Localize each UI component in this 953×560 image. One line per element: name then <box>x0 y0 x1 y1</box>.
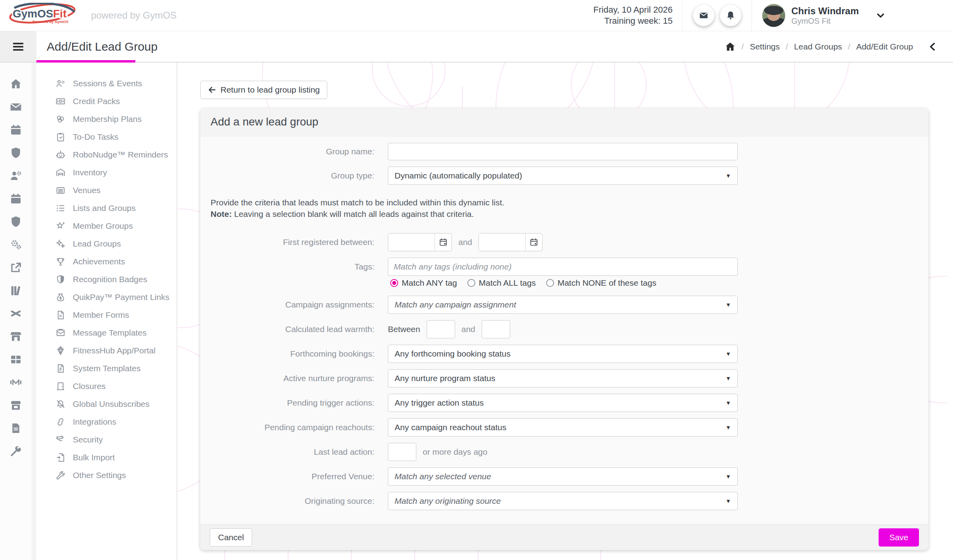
topbar-right: Friday, 10 April 2026 Training week: 15 … <box>593 0 953 31</box>
sidebar-item-message-templates[interactable]: Message Templates <box>36 324 177 342</box>
badge-icon <box>55 274 66 285</box>
storefront-icon[interactable] <box>9 330 22 343</box>
user-menu[interactable]: Chris Windram GymOS Fit <box>752 4 953 27</box>
chevron-left-icon[interactable] <box>928 42 938 52</box>
nurture-programs-select[interactable]: Any nurture program status ▼ <box>388 369 738 387</box>
sidebar-item-label: Lead Groups <box>73 239 121 249</box>
top-bar: GymOS Fit Powered by GymOS powered by Gy… <box>0 0 953 31</box>
save-button[interactable]: Save <box>879 528 919 547</box>
return-to-listing-button[interactable]: Return to lead group listing <box>200 81 327 99</box>
notifications-button[interactable] <box>720 5 741 26</box>
warmth-joiner: and <box>461 325 475 334</box>
sidebar-item-bulk-import[interactable]: Bulk Import <box>36 448 177 466</box>
sidebar-item-member-groups[interactable]: Member Groups <box>36 217 177 235</box>
library-icon[interactable] <box>9 284 22 297</box>
sidebar-item-lead-groups[interactable]: Lead Groups <box>36 235 177 252</box>
forthcoming-bookings-select[interactable]: Any forthcoming booking status ▼ <box>388 345 738 363</box>
sidebar-item-robonudge-reminders[interactable]: RoboNudge™ Reminders <box>36 146 177 163</box>
registered-from-date-text[interactable] <box>388 233 435 251</box>
mail-icon[interactable] <box>9 101 22 113</box>
registered-to-date-input[interactable] <box>478 233 543 251</box>
sidebar-item-member-forms[interactable]: Member Forms <box>36 306 177 324</box>
forthcoming-bookings-label: Forthcoming bookings: <box>200 349 374 359</box>
breadcrumb-current: Add/Edit Group <box>856 42 913 51</box>
warmth-max-input[interactable] <box>482 320 510 338</box>
dumbbell-m-icon[interactable] <box>9 376 22 389</box>
calendar-icon[interactable] <box>9 123 22 136</box>
group-name-label: Group name: <box>200 147 374 156</box>
radio-match-none-tags[interactable]: Match NONE of these tags <box>546 278 657 288</box>
sidebar-item-integrations[interactable]: Integrations <box>36 413 177 431</box>
shield-icon[interactable] <box>9 215 22 228</box>
table-icon[interactable] <box>9 353 22 366</box>
group-type-label: Group type: <box>200 171 374 180</box>
breadcrumb-settings[interactable]: Settings <box>750 42 780 51</box>
sidebar-item-fitnesshub-app-portal[interactable]: FitnessHub App/Portal <box>36 342 177 359</box>
breadcrumb-lead-groups[interactable]: Lead Groups <box>794 42 842 51</box>
calendar-icon[interactable] <box>9 192 22 205</box>
radio-match-any-tag[interactable]: Match ANY tag <box>390 278 457 288</box>
sidebar-item-label: Membership Plans <box>73 114 142 124</box>
card-body: Group name: Group type: Dynamic (automat… <box>200 137 928 524</box>
caret-down-icon: ▼ <box>725 173 731 179</box>
originating-source-select[interactable]: Match any originating source ▼ <box>388 492 738 510</box>
radio-match-all-tags[interactable]: Match ALL tags <box>467 278 536 288</box>
money-bill-icon <box>55 96 66 106</box>
sidebar-item-sessions-events[interactable]: Sessions & Events <box>36 74 177 92</box>
sidebar-item-label: Sessions & Events <box>73 79 142 88</box>
document-icon[interactable] <box>9 422 22 435</box>
radio-label: Match ANY tag <box>402 278 457 288</box>
last-action-days-input[interactable] <box>388 443 416 461</box>
gears-icon[interactable] <box>9 238 22 251</box>
home-icon[interactable] <box>725 41 736 52</box>
sidebar-item-quikpay-payment-links[interactable]: QuikPay™ Payment Links <box>36 288 177 306</box>
registered-from-date-input[interactable] <box>388 233 452 251</box>
tools-icon[interactable] <box>9 445 22 457</box>
group-type-select[interactable]: Dynamic (automatically populated) ▼ <box>388 167 738 185</box>
cancel-button[interactable]: Cancel <box>210 528 252 547</box>
sidebar-item-label: Recognition Badges <box>73 275 147 284</box>
sidebar-item-recognition-badges[interactable]: Recognition Badges <box>36 270 177 288</box>
gymos-fit-logo[interactable]: GymOS Fit Powered by GymOS <box>0 3 86 28</box>
tags-input[interactable] <box>388 258 738 276</box>
card-footer: Cancel Save <box>200 524 928 550</box>
user-gear-icon[interactable] <box>9 169 22 182</box>
campaign-reachouts-select[interactable]: Any campaign reachout status ▼ <box>388 418 738 437</box>
sidebar-item-other-settings[interactable]: Other Settings <box>36 466 177 484</box>
sidebar-item-achievements[interactable]: Achievements <box>36 252 177 270</box>
sidebar-item-security[interactable]: Security <box>36 431 177 448</box>
sidebar-item-lists-and-groups[interactable]: Lists and Groups <box>36 199 177 217</box>
shield-icon[interactable] <box>9 146 22 159</box>
nurture-programs-value: Any nurture program status <box>395 374 721 383</box>
group-name-input[interactable] <box>388 143 738 160</box>
sidebar-item-inventory[interactable]: Inventory <box>36 163 177 181</box>
sidebar-item-todo-tasks[interactable]: To-Do Tasks <box>36 128 177 146</box>
avatar[interactable] <box>762 4 785 27</box>
sidebar-item-global-unsubscribes[interactable]: Global Unsubscribes <box>36 395 177 413</box>
menu-toggle-button[interactable] <box>0 31 36 62</box>
trigger-actions-select[interactable]: Any trigger action status ▼ <box>388 394 738 412</box>
warmth-min-input[interactable] <box>427 320 455 338</box>
sidebar-item-credit-packs[interactable]: Credit Packs <box>36 92 177 110</box>
messages-button[interactable] <box>693 5 714 26</box>
sidebar-item-venues[interactable]: Venues <box>36 181 177 199</box>
calendar-icon[interactable] <box>525 233 542 251</box>
calendar-icon[interactable] <box>435 233 452 251</box>
home-icon[interactable] <box>9 78 22 90</box>
radio-label: Match NONE of these tags <box>558 278 657 288</box>
crossed-bars-icon[interactable] <box>9 307 22 320</box>
preferred-venue-select[interactable]: Match any selected venue ▼ <box>388 467 738 486</box>
chevron-down-icon[interactable] <box>875 10 886 21</box>
sidebar-item-membership-plans[interactable]: Membership Plans <box>36 110 177 128</box>
garage-icon <box>55 185 66 196</box>
store-icon[interactable] <box>9 399 22 412</box>
share-icon[interactable] <box>9 261 22 274</box>
sidebar-item-system-templates[interactable]: System Templates <box>36 359 177 377</box>
date-text: Friday, 10 April 2026 <box>593 4 672 15</box>
caret-down-icon: ▼ <box>725 400 731 406</box>
registered-to-date-text[interactable] <box>479 233 525 251</box>
arrow-left-icon <box>208 85 216 94</box>
bell-icon <box>725 10 736 21</box>
sidebar-item-closures[interactable]: Closures <box>36 377 177 395</box>
campaign-assignments-select[interactable]: Match any campaign assignment ▼ <box>388 296 738 314</box>
